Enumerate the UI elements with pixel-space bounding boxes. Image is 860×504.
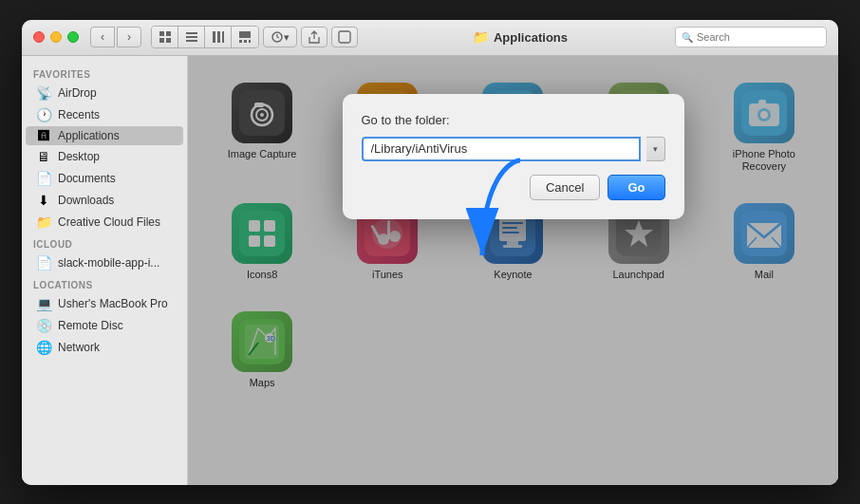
gallery-view-button[interactable] — [232, 27, 258, 47]
applications-icon: 🅰 — [35, 129, 52, 142]
sidebar-item-creative-cloud[interactable]: 📁 Creative Cloud Files — [26, 212, 183, 233]
search-icon: 🔍 — [682, 32, 693, 43]
documents-icon: 📄 — [35, 171, 52, 186]
icon-view-button[interactable] — [152, 27, 178, 47]
close-button[interactable] — [33, 31, 45, 43]
sidebar-item-applications[interactable]: 🅰 Applications — [26, 126, 183, 145]
svg-rect-9 — [222, 31, 224, 43]
content-area: Image Capture Image2Icon — [188, 56, 838, 485]
traffic-lights — [33, 31, 79, 43]
forward-button[interactable]: › — [117, 27, 141, 47]
svg-rect-10 — [239, 31, 251, 38]
action-button[interactable]: ▾ — [263, 27, 297, 47]
tag-button[interactable] — [331, 27, 358, 47]
favorites-label: Favorites — [22, 64, 187, 82]
icloud-doc-icon: 📄 — [35, 255, 52, 271]
svg-rect-8 — [217, 31, 220, 43]
sidebar-item-label: Applications — [58, 129, 120, 142]
svg-rect-2 — [159, 38, 164, 43]
sidebar-item-label: Usher's MacBook Pro — [58, 297, 168, 310]
sidebar-item-label: Downloads — [58, 194, 114, 207]
dropdown-button[interactable]: ▾ — [646, 137, 665, 161]
finder-window: ‹ › — [22, 20, 838, 485]
sidebar: Favorites 📡 AirDrop 🕐 Recents 🅰 Applicat… — [22, 56, 188, 485]
modal-overlay: Go to the folder: ▾ Cancel Go — [188, 56, 838, 485]
back-button[interactable]: ‹ — [90, 27, 115, 47]
sidebar-item-label: slack-mobile-app-i... — [58, 256, 159, 270]
search-input[interactable] — [697, 31, 820, 43]
svg-rect-4 — [186, 32, 197, 34]
sidebar-item-label: Creative Cloud Files — [58, 215, 160, 229]
svg-rect-1 — [166, 31, 171, 36]
search-bar[interactable]: 🔍 — [675, 27, 827, 47]
locations-label: Locations — [22, 274, 187, 292]
go-button[interactable]: Go — [608, 175, 664, 200]
sidebar-item-network[interactable]: 🌐 Network — [26, 337, 183, 358]
svg-rect-6 — [186, 40, 197, 42]
svg-rect-15 — [339, 31, 350, 43]
sidebar-item-icloud-slack[interactable]: 📄 slack-mobile-app-i... — [26, 252, 183, 273]
modal-buttons: Cancel Go — [362, 175, 665, 200]
desktop-icon: 🖥 — [35, 149, 52, 164]
sidebar-item-label: Desktop — [58, 150, 100, 163]
svg-rect-0 — [159, 31, 164, 36]
svg-rect-11 — [239, 40, 242, 43]
nav-buttons: ‹ › — [90, 27, 141, 47]
folder-path-input[interactable] — [362, 137, 641, 161]
view-controls — [151, 26, 259, 48]
creative-cloud-icon: 📁 — [35, 215, 52, 230]
airdrop-icon: 📡 — [35, 85, 52, 101]
goto-folder-dialog: Go to the folder: ▾ Cancel Go — [343, 94, 684, 219]
sidebar-item-desktop[interactable]: 🖥 Desktop — [26, 146, 183, 167]
list-view-button[interactable] — [178, 27, 205, 47]
svg-rect-5 — [186, 36, 197, 38]
svg-rect-7 — [213, 31, 215, 43]
sidebar-item-label: Remote Disc — [58, 319, 123, 332]
main-area: Favorites 📡 AirDrop 🕐 Recents 🅰 Applicat… — [22, 56, 838, 485]
remote-disc-icon: 💿 — [35, 318, 52, 333]
sidebar-item-remote-disc[interactable]: 💿 Remote Disc — [26, 315, 183, 336]
share-button[interactable] — [301, 27, 327, 47]
network-icon: 🌐 — [35, 340, 52, 355]
svg-rect-13 — [249, 40, 251, 43]
title-bar: ‹ › — [22, 20, 838, 56]
sidebar-item-recents[interactable]: 🕐 Recents — [26, 104, 183, 125]
svg-rect-12 — [244, 40, 247, 43]
sidebar-item-label: AirDrop — [58, 86, 97, 100]
cancel-button[interactable]: Cancel — [530, 175, 600, 200]
sidebar-item-airdrop[interactable]: 📡 AirDrop — [26, 83, 183, 103]
title-label: Applications — [494, 30, 568, 45]
column-view-button[interactable] — [205, 27, 232, 47]
sidebar-item-downloads[interactable]: ⬇ Downloads — [26, 190, 183, 211]
downloads-icon: ⬇ — [35, 193, 52, 208]
icloud-label: iCloud — [22, 233, 187, 252]
sidebar-item-label: Documents — [58, 172, 116, 185]
sidebar-item-documents[interactable]: 📄 Documents — [26, 168, 183, 189]
folder-icon: 📁 — [473, 29, 489, 45]
recents-icon: 🕐 — [35, 107, 52, 122]
modal-title: Go to the folder: — [362, 113, 665, 127]
maximize-button[interactable] — [67, 31, 79, 43]
svg-rect-3 — [166, 38, 171, 43]
sidebar-item-label: Network — [58, 341, 100, 354]
modal-input-row: ▾ — [362, 137, 665, 161]
macbook-icon: 💻 — [35, 296, 52, 311]
sidebar-item-macbook[interactable]: 💻 Usher's MacBook Pro — [26, 293, 183, 314]
window-title: 📁 Applications — [365, 29, 675, 45]
sidebar-item-label: Recents — [58, 108, 100, 121]
minimize-button[interactable] — [50, 31, 62, 43]
